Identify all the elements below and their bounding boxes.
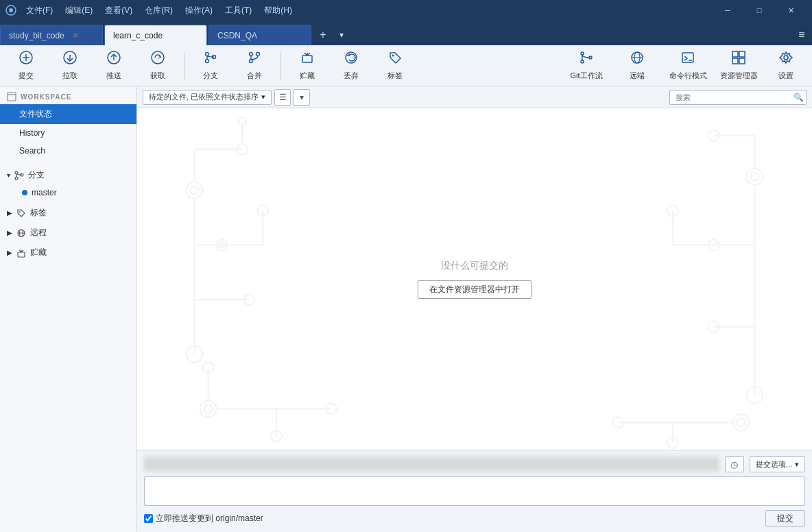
svg-point-89 [203, 363, 214, 374]
remote-button[interactable]: 远端 [613, 48, 661, 84]
svg-point-74 [746, 387, 763, 403]
stash-button[interactable]: 贮藏 [287, 48, 328, 84]
sort-dropdown[interactable]: 待定的文件, 已依照文件状态排序 ▾ [143, 90, 272, 105]
tab-close-icon[interactable]: ✕ [70, 30, 81, 41]
svg-point-62 [237, 144, 248, 155]
commit-message-input[interactable] [144, 476, 805, 506]
commit-submit-button[interactable]: 提交 [765, 510, 805, 527]
gitflow-button[interactable]: Git工作流 [562, 48, 610, 84]
svg-point-77 [667, 205, 678, 216]
discard-button[interactable]: 丢弃 [331, 48, 372, 84]
terminal-button[interactable]: 命令行模式 [664, 48, 712, 84]
svg-point-47 [191, 186, 199, 195]
sidebar-branch-master[interactable]: master [0, 185, 136, 200]
fetch-button[interactable]: 获取 [137, 48, 178, 84]
maximize-button[interactable]: □ [743, 0, 775, 21]
sort-dropdown-arrow: ▾ [261, 93, 265, 101]
chevron-right-icon-3: ▶ [7, 249, 12, 256]
svg-point-90 [732, 414, 749, 431]
svg-point-66 [750, 173, 759, 181]
tab-study-bit-code[interactable]: study_bit_code ✕ [0, 25, 103, 45]
commit-history-button[interactable]: ◷ [725, 456, 744, 472]
svg-point-96 [612, 417, 623, 428]
sidebar-item-file-status[interactable]: 文件状态 [0, 104, 136, 124]
tab-csdn-qa[interactable]: CSDN_QA [208, 25, 311, 45]
close-button[interactable]: ✕ [775, 0, 807, 21]
svg-point-82 [204, 404, 213, 413]
push-button[interactable]: 推送 [93, 48, 134, 84]
commit-options-label: 提交选项... [756, 459, 792, 470]
merge-button[interactable]: 合并 [234, 48, 275, 84]
svg-point-65 [746, 169, 763, 185]
merge-icon [247, 50, 262, 69]
tab-add-button[interactable]: + [313, 25, 333, 45]
window-controls: ─ □ ✕ [712, 0, 807, 21]
menu-help[interactable]: 帮助(H) [259, 3, 298, 18]
svg-rect-34 [8, 93, 16, 101]
menu-repo[interactable]: 仓库(R) [139, 3, 178, 18]
svg-point-94 [667, 437, 678, 448]
commit-author-bar [144, 457, 719, 472]
svg-point-72 [708, 322, 719, 332]
sidebar-section-branch[interactable]: ▾ 分支 [0, 165, 136, 185]
menu-edit[interactable]: 编辑(E) [60, 3, 98, 18]
commit-button[interactable]: 提交 [5, 48, 47, 84]
hamburger-menu-button[interactable]: ≡ [791, 25, 812, 45]
commit-options-button[interactable]: 提交选项... ▾ [750, 456, 805, 472]
svg-point-51 [219, 242, 224, 247]
sidebar-item-history[interactable]: History [0, 124, 136, 142]
menu-bar: 文件(F) 编辑(E) 查看(V) 仓库(R) 操作(A) 工具(T) 帮助(H… [21, 3, 712, 18]
tab-chevron-button[interactable]: ▾ [333, 25, 350, 45]
terminal-icon [680, 50, 695, 69]
view-mode-dropdown[interactable]: ▾ [294, 89, 310, 106]
sidebar-section-stash[interactable]: ▶ 贮藏 [0, 243, 136, 263]
workspace-label: WORKSPACE [0, 86, 136, 104]
terminal-label: 命令行模式 [669, 71, 707, 81]
list-view-button[interactable]: ☰ [274, 89, 291, 106]
tab-learn-c-code[interactable]: learn_c_code [104, 25, 207, 45]
sidebar-section-remote[interactable]: ▶ 远程 [0, 223, 136, 243]
push-after-commit-checkbox[interactable]: 立即推送变更到 origin/master [144, 513, 263, 524]
explorer-label: 资源管理器 [720, 71, 758, 81]
commit-area: ◷ 提交选项... ▾ 立即推送变更到 origin/master 提交 [137, 450, 812, 532]
svg-point-8 [206, 53, 209, 56]
svg-point-59 [257, 205, 268, 216]
sidebar-section-tags[interactable]: ▶ 标签 [0, 203, 136, 223]
chevron-right-icon: ▶ [7, 209, 12, 217]
search-input[interactable] [669, 90, 807, 105]
tag-section-label: 标签 [30, 207, 47, 219]
toolbar: 提交 拉取 推送 获取 [0, 45, 812, 86]
sort-dropdown-label: 待定的文件, 已依照文件状态排序 [149, 92, 259, 102]
push-checkbox-input[interactable] [144, 514, 153, 523]
open-explorer-button[interactable]: 在文件资源管理器中打开 [418, 280, 532, 299]
svg-point-7 [152, 51, 164, 64]
tag-icon [387, 50, 403, 69]
fetch-label: 获取 [150, 71, 165, 81]
app-icon [5, 5, 16, 16]
discard-label: 丢弃 [344, 71, 359, 81]
svg-rect-30 [739, 51, 745, 57]
menu-file[interactable]: 文件(F) [21, 3, 58, 18]
tag-button[interactable]: 标签 [374, 48, 416, 84]
remote-icon [630, 50, 645, 69]
pull-button[interactable]: 拉取 [49, 48, 91, 84]
menu-tools[interactable]: 工具(T) [219, 3, 257, 18]
menu-action[interactable]: 操作(A) [180, 3, 218, 18]
commit-icon [19, 50, 34, 69]
explorer-button[interactable]: 资源管理器 [715, 48, 763, 84]
tab-label: CSDN_QA [217, 31, 257, 40]
sidebar-item-search[interactable]: Search [0, 142, 136, 160]
sidebar: WORKSPACE 文件状态 History Search ▾ 分支 maste… [0, 86, 137, 532]
remote-icon [16, 228, 26, 238]
branch-button[interactable]: 分支 [190, 48, 231, 84]
svg-point-56 [187, 346, 203, 363]
svg-point-80 [708, 130, 719, 141]
chevron-right-icon-2: ▶ [7, 229, 12, 237]
settings-button[interactable]: 设置 [765, 48, 807, 84]
minimize-button[interactable]: ─ [712, 0, 743, 21]
remote-label: 远端 [630, 71, 645, 81]
svg-point-46 [187, 182, 203, 199]
menu-view[interactable]: 查看(V) [99, 3, 138, 18]
svg-point-9 [206, 60, 209, 63]
svg-point-81 [200, 400, 217, 417]
